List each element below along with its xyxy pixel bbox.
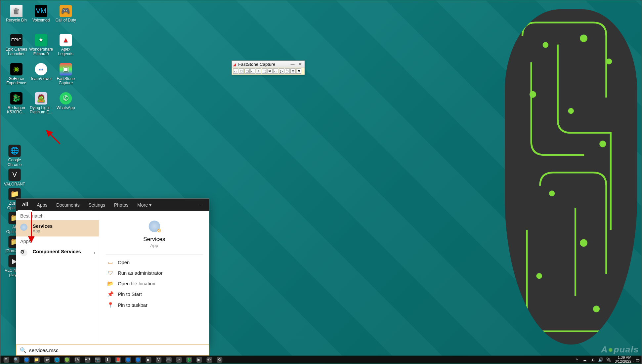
taskbar-pinned-app[interactable]: 📕 xyxy=(113,356,123,364)
app-icon: 🧟 xyxy=(35,92,47,104)
taskbar-pinned-app[interactable]: 🎮 xyxy=(164,356,173,364)
tray-chevron-icon[interactable]: ^ xyxy=(573,356,580,364)
taskbar-search-button[interactable]: 🔍 xyxy=(12,356,21,364)
tray-network-icon[interactable]: 🖧 xyxy=(589,356,596,364)
detail-action[interactable]: ▭Open xyxy=(106,257,203,268)
taskbar-pinned-app[interactable]: ▶ xyxy=(144,356,153,364)
taskbar-pinned-app[interactable]: 🟢 xyxy=(62,356,72,364)
desktop-icon[interactable]: VMVoicemod xyxy=(29,4,54,32)
taskbar-search-box[interactable]: 🔍 xyxy=(16,344,209,355)
faststone-window[interactable]: ◢ FastStone Capture — ✕ ▭□▢▭✧⬚⧉▭▷⏱⚙⚑ xyxy=(232,61,305,75)
taskbar-pinned-app[interactable]: ↗ xyxy=(174,356,184,364)
icon-label: GeForce Experience xyxy=(4,76,29,85)
tab-documents[interactable]: Documents xyxy=(52,199,84,211)
tab-all[interactable]: All xyxy=(18,199,32,211)
capture-tool-button[interactable]: ⏱ xyxy=(284,68,290,74)
desktop-icon[interactable]: ↔TeamViewer xyxy=(29,62,54,90)
app-icon: 🌐 xyxy=(8,145,21,157)
watermark-wsxdn: wsxdn.com xyxy=(623,360,639,363)
taskbar-pinned-app[interactable]: ✆ xyxy=(204,356,214,364)
desktop-icon[interactable]: 🌐Google Chrome xyxy=(4,144,25,167)
taskbar-pinned-app[interactable]: 🔵 xyxy=(123,356,133,364)
icon-label: Apex Legends xyxy=(53,47,78,56)
taskbar-pinned-app[interactable]: 🔵 xyxy=(133,356,143,364)
desktop-icon[interactable]: 🐉Redragon K530RG... xyxy=(4,91,29,119)
desktop-icon[interactable]: ✦Wondershare Filmora9 xyxy=(29,33,54,61)
desktop-icon[interactable]: 🎮Call of Duty xyxy=(53,4,78,32)
taskbar-pinned-app[interactable]: 🔵 xyxy=(21,356,31,364)
detail-action[interactable]: 📂Open file location xyxy=(106,278,203,289)
taskbar-app-icon: ↗ xyxy=(176,357,182,362)
desktop-icon[interactable]: ✆WhatsApp xyxy=(53,91,78,119)
taskbar-app-icon: nv xyxy=(44,357,50,362)
faststone-icon: ◢ xyxy=(233,61,236,66)
taskbar-app-icon: 📁 xyxy=(34,357,39,362)
tray-power-icon[interactable]: 🔌 xyxy=(605,356,612,364)
section-apps: Apps xyxy=(16,236,99,246)
faststone-title: FastStone Capture xyxy=(238,61,287,66)
taskbar-pinned-app[interactable]: ⬇ xyxy=(103,356,112,364)
icon-label: Dying Light - Platinum E... xyxy=(29,105,54,114)
action-label: Run as administrator xyxy=(118,270,162,276)
detail-action[interactable]: 🛡Run as administrator xyxy=(106,268,203,278)
desktop-icon[interactable]: 🗑Recycle Bin xyxy=(4,4,29,32)
tray-cloud-icon[interactable]: ☁ xyxy=(581,356,588,364)
desktop-icon[interactable]: ▣FastStone Capture xyxy=(53,62,78,90)
taskbar-pinned-app[interactable]: 📷 xyxy=(93,356,102,364)
desktop-icon[interactable]: VVALORANT xyxy=(4,168,25,186)
taskbar-pinned-app[interactable]: ▶ xyxy=(194,356,204,364)
services-large-icon xyxy=(149,221,160,232)
icon-label: VALORANT xyxy=(4,182,25,186)
desktop-icon[interactable]: EPICEpic Games Launcher xyxy=(4,33,29,61)
taskbar-pinned-app[interactable]: EP xyxy=(82,356,92,364)
detail-action[interactable]: 📍Pin to taskbar xyxy=(106,300,203,310)
capture-tool-button[interactable]: ⧉ xyxy=(267,68,273,74)
detail-action[interactable]: 📌Pin to Start xyxy=(106,289,203,300)
detail-subtitle: App xyxy=(106,243,203,248)
taskbar-app-icon: Pr xyxy=(74,357,80,362)
taskbar-pinned-app[interactable]: 🌐 xyxy=(52,356,62,364)
taskbar-pinned-app[interactable]: V xyxy=(153,356,163,364)
app-icon: ✆ xyxy=(60,92,72,104)
app-icon: 🗑 xyxy=(10,5,22,17)
taskbar-pinned-app[interactable]: Pr xyxy=(72,356,82,364)
taskbar-pinned-app[interactable]: ⟲ xyxy=(214,356,224,364)
capture-tool-button[interactable]: ▢ xyxy=(244,68,250,74)
minimize-button[interactable]: — xyxy=(289,61,296,67)
capture-tool-button[interactable]: ✧ xyxy=(256,68,261,74)
icon-label: WhatsApp xyxy=(53,105,78,110)
search-menu-more-icon[interactable]: ⋯ xyxy=(194,202,207,207)
taskbar-app-icon: 🔵 xyxy=(23,357,29,362)
taskbar-pinned-app[interactable]: 📁 xyxy=(32,356,41,364)
capture-tool-button[interactable]: ▭ xyxy=(250,68,255,74)
capture-tool-button[interactable]: ▭ xyxy=(233,68,238,74)
start-button[interactable]: ⊞ xyxy=(1,356,11,364)
taskbar-pinned-app[interactable]: nv xyxy=(42,356,52,364)
close-button[interactable]: ✕ xyxy=(297,61,304,67)
tab-apps[interactable]: Apps xyxy=(32,199,52,211)
capture-tool-button[interactable]: ⬚ xyxy=(262,68,267,74)
tab-photos[interactable]: Photos xyxy=(109,199,133,211)
taskbar-app-icon: 🐉 xyxy=(186,357,192,362)
watermark-appuals: A●puals xyxy=(601,344,639,355)
capture-tool-button[interactable]: ▷ xyxy=(279,68,284,74)
app-icon: V xyxy=(8,169,21,181)
tray-volume-icon[interactable]: 🔊 xyxy=(597,356,604,364)
result-services[interactable]: Services App xyxy=(16,220,99,236)
tab-more[interactable]: More▾ xyxy=(133,199,156,211)
desktop-icon[interactable]: ▲Apex Legends xyxy=(53,33,78,61)
desktop-icon[interactable]: ◉GeForce Experience xyxy=(4,62,29,90)
taskbar-app-icon: 🔵 xyxy=(125,357,131,362)
capture-tool-button[interactable]: ⚑ xyxy=(296,68,301,74)
action-icon: 📍 xyxy=(107,302,113,308)
capture-tool-button[interactable]: ⚙ xyxy=(290,68,296,74)
result-component-services[interactable]: ⚙ Component Services › xyxy=(16,246,99,257)
capture-tool-button[interactable]: ▭ xyxy=(273,68,278,74)
action-icon: 📂 xyxy=(107,281,113,287)
tab-settings[interactable]: Settings xyxy=(84,199,109,211)
taskbar: ⊞🔍🔵📁nv🌐🟢PrEP📷⬇📕🔵🔵▶V🎮↗🐉▶✆⟲ ^ ☁ 🖧 🔊 🔌 1:39… xyxy=(0,356,641,364)
capture-tool-button[interactable]: □ xyxy=(239,68,244,74)
taskbar-pinned-app[interactable]: 🐉 xyxy=(184,356,193,364)
search-input[interactable] xyxy=(29,347,205,353)
desktop-icon[interactable]: 🧟Dying Light - Platinum E... xyxy=(29,91,54,119)
